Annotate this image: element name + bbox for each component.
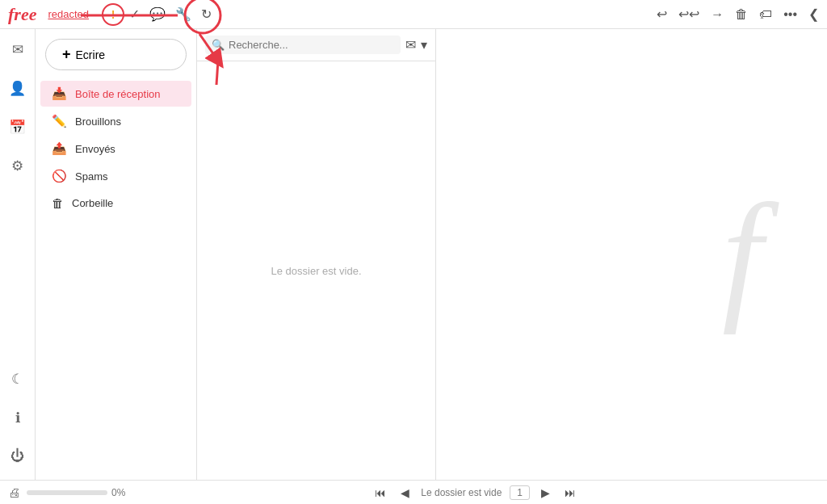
username-display[interactable]: redacted (48, 8, 89, 20)
sidebar-item-trash[interactable]: 🗑 Corbeille (40, 191, 191, 216)
compose-label: Ecrire (76, 48, 106, 61)
search-wrap: 🔍 (205, 36, 401, 54)
app-logo: free (8, 4, 36, 25)
main-layout: ✉ 👤 📅 ⚙ ☾ ℹ ⏻ + Ecrire 📥 Boîte de récept… (0, 29, 827, 480)
search-input[interactable] (229, 39, 394, 51)
bottom-empty-message: Le dossier est vide (421, 487, 502, 498)
top-bar-right: ↩ ↩↩ → 🗑 🏷 ••• ❮ (657, 6, 819, 22)
nav-darkmode-icon[interactable]: ☾ (6, 367, 30, 391)
checkmark-icon[interactable]: ✓ (129, 6, 140, 22)
alert-badge[interactable]: ! (102, 3, 124, 26)
nav-power-icon[interactable]: ⏻ (6, 444, 30, 468)
drafts-icon: ✏️ (52, 114, 67, 128)
progress-bar-wrap: 0% (27, 487, 125, 498)
last-page-button[interactable]: ⏭ (561, 485, 579, 501)
collapse-icon[interactable]: ❮ (808, 6, 819, 22)
sent-icon: 📤 (52, 141, 67, 156)
nav-info-icon[interactable]: ℹ (6, 405, 30, 430)
delete-icon[interactable]: 🗑 (735, 7, 748, 22)
trash-label: Corbeille (72, 197, 113, 209)
print-icon[interactable]: 🖨 (8, 485, 20, 499)
sent-label: Envoyés (75, 143, 115, 155)
refresh-icon[interactable]: ↻ (201, 6, 212, 22)
top-bar: free redacted ! ✓ 💬 🔧 ↻ ↩ ↩↩ → 🗑 🏷 ••• ❮ (0, 0, 827, 29)
sidebar-item-drafts[interactable]: ✏️ Brouillons (40, 108, 191, 134)
nav-contacts-icon[interactable]: 👤 (6, 76, 30, 100)
next-page-button[interactable]: ▶ (538, 485, 553, 501)
prev-page-button[interactable]: ◀ (397, 485, 413, 501)
bottom-bar-center: ⏮ ◀ Le dossier est vide 1 ▶ ⏭ (132, 485, 819, 501)
watermark-logo: f (722, 171, 762, 338)
email-preview: f (436, 29, 827, 480)
nav-settings-icon[interactable]: ⚙ (6, 153, 30, 178)
trash-icon: 🗑 (52, 196, 64, 210)
email-list-header: 🔍 ✉ ▾ (197, 29, 435, 61)
alert-icon: ! (111, 8, 115, 21)
inbox-icon: 📥 (52, 86, 67, 101)
reply-icon[interactable]: ↩ (657, 6, 667, 22)
first-page-button[interactable]: ⏮ (372, 485, 389, 501)
progress-bar (27, 490, 107, 495)
empty-folder-message: Le dossier est vide. (271, 265, 361, 277)
comment-icon[interactable]: 💬 (149, 6, 166, 22)
plus-icon: + (62, 46, 71, 63)
spam-label: Spams (75, 170, 107, 183)
reply-all-icon[interactable]: ↩↩ (678, 6, 699, 22)
compose-button[interactable]: + Ecrire (45, 39, 187, 70)
nav-calendar-icon[interactable]: 📅 (6, 115, 30, 139)
more-icon[interactable]: ••• (783, 7, 797, 22)
tag-icon[interactable]: 🏷 (759, 7, 772, 22)
filter-envelope-icon[interactable]: ✉ (405, 37, 416, 52)
search-icon: 🔍 (212, 39, 225, 51)
forward-icon[interactable]: → (711, 7, 724, 22)
settings-tool-icon[interactable]: 🔧 (175, 6, 191, 22)
email-list-body: Le dossier est vide. (197, 61, 435, 480)
icon-nav-bottom: ☾ ℹ ⏻ (6, 367, 30, 480)
page-number: 1 (510, 485, 530, 500)
bottom-bar: 🖨 0% ⏮ ◀ Le dossier est vide 1 ▶ ⏭ (0, 480, 827, 504)
sidebar: + Ecrire 📥 Boîte de réception ✏️ Brouill… (36, 29, 197, 480)
sidebar-item-sent[interactable]: 📤 Envoyés (40, 136, 191, 162)
nav-mail-icon[interactable]: ✉ (6, 37, 30, 61)
spam-icon: 🚫 (52, 169, 67, 183)
icon-nav: ✉ 👤 📅 ⚙ ☾ ℹ ⏻ (0, 29, 36, 480)
inbox-label: Boîte de réception (75, 88, 161, 100)
sidebar-item-inbox[interactable]: 📥 Boîte de réception (40, 81, 191, 107)
email-list-area: 🔍 ✉ ▾ Le dossier est vide. (197, 29, 436, 480)
filter-chevron-icon[interactable]: ▾ (421, 37, 427, 52)
progress-label: 0% (111, 487, 125, 498)
sidebar-item-spam[interactable]: 🚫 Spams (40, 163, 191, 189)
drafts-label: Brouillons (75, 116, 121, 128)
top-bar-icons: ✓ 💬 🔧 ↻ (129, 6, 652, 22)
